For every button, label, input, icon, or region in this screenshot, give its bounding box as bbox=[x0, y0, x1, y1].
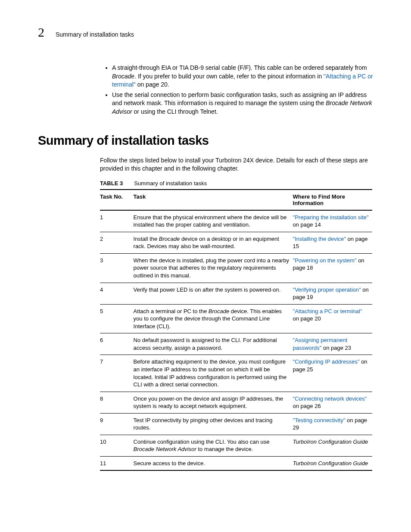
task-info: "Assigning permanent passwords" on page … bbox=[293, 333, 372, 355]
brand-name: Brocade bbox=[159, 236, 180, 242]
task-number: 1 bbox=[100, 210, 134, 232]
table-header-row: Task No. Task Where to Find More Informa… bbox=[100, 190, 372, 210]
table-row: 7 Before attaching equipment to the devi… bbox=[100, 355, 372, 392]
task-number: 7 bbox=[100, 355, 134, 392]
col-header-task-no: Task No. bbox=[100, 190, 134, 210]
brand-name: Brocade bbox=[112, 73, 134, 80]
table-label: TABLE 3 bbox=[100, 180, 123, 187]
bullet-item: A straight-through EIA or TIA DB-9 seria… bbox=[112, 64, 373, 89]
col-header-info: Where to Find More Information bbox=[293, 190, 372, 210]
page-ref: on page 23 bbox=[321, 345, 351, 351]
xref-link[interactable]: "Configuring IP addresses" bbox=[293, 358, 360, 365]
task-info: "Preparing the installation site" on pag… bbox=[293, 210, 372, 232]
task-number: 2 bbox=[100, 232, 134, 253]
task-info: "Connecting network devices" on page 26 bbox=[293, 392, 372, 413]
task-info: TurboIron Configuration Guide bbox=[293, 456, 372, 470]
task-info: "Installing the device" on page 15 bbox=[293, 232, 372, 253]
section-heading: Summary of installation tasks bbox=[38, 134, 373, 148]
xref-link[interactable]: "Preparing the installation site" bbox=[293, 214, 369, 221]
task-desc: Test IP connectivity by pinging other de… bbox=[134, 413, 293, 435]
task-number: 3 bbox=[100, 253, 134, 283]
table-row: 11 Secure access to the device. TurboIro… bbox=[100, 456, 372, 470]
bullet-text: A straight-through EIA or TIA DB-9 seria… bbox=[112, 64, 367, 71]
intro-paragraph: Follow the steps listed below to install… bbox=[100, 156, 373, 173]
table-row: 5 Attach a terminal or PC to the Brocade… bbox=[100, 304, 372, 333]
task-desc: Attach a terminal or PC to the Brocade d… bbox=[134, 304, 293, 333]
chapter-number: 2 bbox=[38, 25, 44, 40]
table-row: 1 Ensure that the physical environment w… bbox=[100, 210, 372, 232]
task-info: "Verifying proper operation" on page 19 bbox=[293, 283, 372, 304]
task-info: "Powering on the system" on page 18 bbox=[293, 253, 372, 283]
task-info: "Attaching a PC or terminal" on page 20 bbox=[293, 304, 372, 333]
task-desc: Verify that power LED is on after the sy… bbox=[134, 283, 293, 304]
installation-tasks-table: Task No. Task Where to Find More Informa… bbox=[100, 189, 372, 471]
bullet-text: on page 20. bbox=[136, 81, 169, 88]
brand-name: Brocade Network Advisor bbox=[134, 446, 196, 452]
task-desc: When the device is installed, plug the p… bbox=[134, 253, 293, 283]
running-header: 2 Summary of installation tasks bbox=[38, 25, 373, 40]
col-header-task: Task bbox=[134, 190, 293, 210]
page-ref: on page 26 bbox=[293, 403, 321, 409]
table-row: 9 Test IP connectivity by pinging other … bbox=[100, 413, 372, 435]
xref-link[interactable]: "Connecting network devices" bbox=[293, 395, 367, 402]
task-info: "Configuring IP addresses" on page 25 bbox=[293, 355, 372, 392]
xref-link[interactable]: "Installing the device" bbox=[293, 236, 346, 242]
task-desc: Install the Brocade device on a desktop … bbox=[134, 232, 293, 253]
page: 2 Summary of installation tasks A straig… bbox=[0, 0, 411, 532]
task-desc: Before attaching equipment to the device… bbox=[134, 355, 293, 392]
page-ref: on page 20 bbox=[293, 315, 321, 322]
table-caption-text: Summary of installation tasks bbox=[134, 180, 207, 187]
xref-link[interactable]: "Attaching a PC or terminal" bbox=[293, 308, 362, 314]
task-desc: Continue configuration using the CLI. Yo… bbox=[134, 435, 293, 456]
task-number: 9 bbox=[100, 413, 134, 435]
task-desc: No default password is assigned to the C… bbox=[134, 333, 293, 355]
task-desc: Once you power-on the device and assign … bbox=[134, 392, 293, 413]
bullet-text: or using the CLI through Telnet. bbox=[132, 108, 218, 115]
table-row: 10 Continue configuration using the CLI.… bbox=[100, 435, 372, 456]
table-row: 3 When the device is installed, plug the… bbox=[100, 253, 372, 283]
intro-bullets: A straight-through EIA or TIA DB-9 seria… bbox=[105, 64, 373, 116]
bullet-text: . If you prefer to build your own cable,… bbox=[134, 73, 324, 80]
table-row: 6 No default password is assigned to the… bbox=[100, 333, 372, 355]
table-row: 4 Verify that power LED is on after the … bbox=[100, 283, 372, 304]
chapter-title: Summary of installation tasks bbox=[56, 31, 134, 38]
brand-name: Brocade bbox=[209, 308, 229, 314]
task-info: "Testing connectivity" on page 29 bbox=[293, 413, 372, 435]
xref-link[interactable]: "Powering on the system" bbox=[293, 257, 357, 264]
xref-link[interactable]: "Testing connectivity" bbox=[293, 417, 346, 423]
task-desc: Ensure that the physical environment whe… bbox=[134, 210, 293, 232]
table-caption: TABLE 3Summary of installation tasks bbox=[100, 180, 373, 187]
table-row: 2 Install the Brocade device on a deskto… bbox=[100, 232, 372, 253]
page-ref: on page 14 bbox=[293, 221, 321, 228]
task-number: 11 bbox=[100, 456, 134, 470]
table-row: 8 Once you power-on the device and assig… bbox=[100, 392, 372, 413]
task-number: 10 bbox=[100, 435, 134, 456]
task-desc: Secure access to the device. bbox=[134, 456, 293, 470]
task-number: 8 bbox=[100, 392, 134, 413]
bullet-item: Use the serial connection to perform bas… bbox=[112, 91, 373, 116]
task-number: 5 bbox=[100, 304, 134, 333]
xref-link[interactable]: "Verifying proper operation" bbox=[293, 286, 361, 293]
task-info: TurboIron Configuration Guide bbox=[293, 435, 372, 456]
task-number: 4 bbox=[100, 283, 134, 304]
task-number: 6 bbox=[100, 333, 134, 355]
